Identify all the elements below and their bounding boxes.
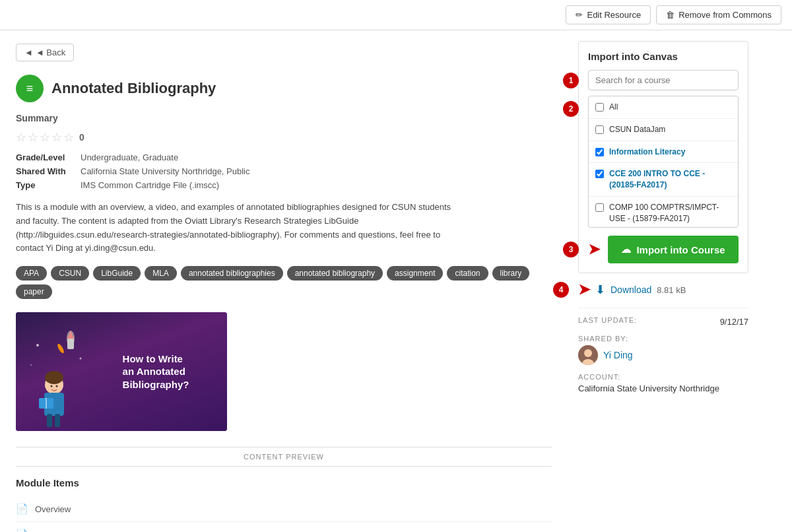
tag-library[interactable]: library xyxy=(492,266,530,281)
star-2[interactable]: ☆ xyxy=(28,130,38,145)
download-link[interactable]: Download xyxy=(610,284,651,295)
download-size: 8.81 kB xyxy=(657,285,686,295)
account-value: California State University Northridge xyxy=(578,383,748,393)
rating-row: ☆ ☆ ☆ ☆ ☆ 0 xyxy=(16,130,552,145)
back-button[interactable]: ◄ ◄ Back xyxy=(16,44,74,61)
download-icon: ⬇ xyxy=(595,283,605,297)
arrow-3-icon: ➤ xyxy=(588,241,600,258)
import-btn-label: Import into Course xyxy=(636,244,725,255)
star-1[interactable]: ☆ xyxy=(16,130,26,145)
edit-resource-label: Edit Resource xyxy=(587,10,641,20)
document-icon-2: 📄 xyxy=(16,529,28,532)
course-checkbox-datajam[interactable] xyxy=(595,125,604,134)
thumbnail-text: How to Writean AnnotatedBibliography? xyxy=(44,342,200,402)
last-update-label: LAST UPDATE: xyxy=(578,316,637,324)
search-input[interactable] xyxy=(588,70,739,90)
step-3-badge: 3 xyxy=(563,242,579,257)
edit-resource-button[interactable]: ✏ Edit Resource xyxy=(566,5,651,24)
meta-shared-row: Shared With California State University … xyxy=(16,166,552,176)
tag-assignment[interactable]: assignment xyxy=(387,266,443,281)
step-4-badge: 4 xyxy=(553,282,569,298)
main-container: ◄ ◄ Back ≡ Annotated Bibliography Summar… xyxy=(0,30,792,532)
svg-rect-14 xyxy=(47,414,52,427)
course-item-all[interactable]: All xyxy=(589,96,738,119)
description-text: This is a module with an overview, a vid… xyxy=(16,201,465,255)
tag-annotated-bibliographies[interactable]: annotated bibliographies xyxy=(181,266,283,281)
course-item-info-literacy[interactable]: Information Literacy xyxy=(589,141,738,164)
module-item-1-label: Overview xyxy=(35,504,71,514)
course-label-info-literacy: Information Literacy xyxy=(609,147,685,158)
svg-point-17 xyxy=(584,349,592,357)
trash-icon: 🗑 xyxy=(666,10,675,20)
stars: ☆ ☆ ☆ ☆ ☆ xyxy=(16,130,74,145)
course-label-comp100-1: COMP 100 COMPTRS/IMPCT-USE - (15879-FA20… xyxy=(609,202,731,224)
last-update-value: 9/12/17 xyxy=(720,317,748,327)
tags-container: APA CSUN LibGuide MLA annotated bibliogr… xyxy=(16,266,552,299)
remove-from-commons-button[interactable]: 🗑 Remove from Commons xyxy=(656,5,781,24)
thumbnail: How to Writean AnnotatedBibliography? xyxy=(16,312,227,431)
tag-annotated-bibliography[interactable]: annotated bibliography xyxy=(287,266,383,281)
course-checkbox-info-literacy[interactable] xyxy=(595,148,604,156)
svg-point-3 xyxy=(36,344,39,347)
edit-icon: ✏ xyxy=(576,10,583,20)
course-item-datajam[interactable]: CSUN DataJam xyxy=(589,119,738,141)
shared-with-label: Shared With xyxy=(16,166,75,176)
svg-rect-15 xyxy=(55,414,60,427)
back-icon: ◄ xyxy=(24,48,33,57)
grade-value: Undergraduate, Graduate xyxy=(81,152,178,162)
shared-by-row: Yi Ding xyxy=(578,345,748,365)
back-label: ◄ Back xyxy=(36,48,65,57)
type-value: IMS Common Cartridge File (.imscc) xyxy=(81,180,219,190)
course-checkbox-cce200[interactable] xyxy=(595,170,604,178)
right-panel: Import into Canvas 1 2 All xyxy=(568,30,759,532)
document-icon-1: 📄 xyxy=(16,503,28,515)
author-link[interactable]: Yi Ding xyxy=(603,350,633,360)
resource-icon: ≡ xyxy=(16,75,44,102)
tag-libguide[interactable]: LibGuide xyxy=(93,266,141,281)
account-label: ACCOUNT: xyxy=(578,373,748,381)
step-1-badge: 1 xyxy=(563,73,579,88)
star-5[interactable]: ☆ xyxy=(63,130,74,145)
meta-grade-row: Grade/Level Undergraduate, Graduate xyxy=(16,152,552,162)
star-3[interactable]: ☆ xyxy=(40,130,50,145)
tag-paper[interactable]: paper xyxy=(16,284,52,299)
rating-count: 0 xyxy=(79,132,84,143)
shared-with-value: California State University Northridge, … xyxy=(81,166,250,176)
top-toolbar: ✏ Edit Resource 🗑 Remove from Commons xyxy=(0,0,792,30)
grade-label: Grade/Level xyxy=(16,152,75,162)
course-label-all: All xyxy=(609,102,618,113)
avatar-image xyxy=(578,345,598,365)
avatar-svg xyxy=(578,345,598,365)
module-item-1: 📄 Overview xyxy=(16,496,552,522)
type-label: Type xyxy=(16,180,75,190)
arrow-4-icon: ➤ xyxy=(578,281,590,298)
course-item-cce200[interactable]: CCE 200 INTRO TO CCE - (20185-FA2017) xyxy=(589,163,738,197)
tag-apa[interactable]: APA xyxy=(16,266,47,281)
course-item-comp100-1[interactable]: COMP 100 COMPTRS/IMPCT-USE - (15879-FA20… xyxy=(589,197,738,228)
import-into-course-button[interactable]: ☁ Import into Course xyxy=(608,236,739,263)
step-2-badge: 2 xyxy=(563,101,579,117)
svg-point-5 xyxy=(30,364,32,366)
meta-type-row: Type IMS Common Cartridge File (.imscc) xyxy=(16,180,552,190)
tag-citation[interactable]: citation xyxy=(447,266,488,281)
avatar xyxy=(578,345,598,365)
tag-csun[interactable]: CSUN xyxy=(51,266,89,281)
import-canvas-title: Import into Canvas xyxy=(588,51,739,62)
import-section: Import into Canvas 1 2 All xyxy=(578,41,748,273)
course-checkbox-comp100-1[interactable] xyxy=(595,203,604,212)
cloud-upload-icon: ☁ xyxy=(621,244,631,255)
course-checkbox-all[interactable] xyxy=(595,103,604,112)
course-label-datajam: CSUN DataJam xyxy=(609,124,665,135)
star-4[interactable]: ☆ xyxy=(51,130,62,145)
tag-mla[interactable]: MLA xyxy=(145,266,177,281)
resource-icon-symbol: ≡ xyxy=(26,82,34,96)
content-preview-header: CONTENT PREVIEW xyxy=(16,447,552,467)
summary-label: Summary xyxy=(16,113,552,123)
metadata-section: LAST UPDATE: 9/12/17 SHARED BY: xyxy=(578,308,748,393)
module-items-title: Module Items xyxy=(16,477,552,488)
resource-header: ≡ Annotated Bibliography xyxy=(16,75,552,102)
module-item-2: 📄 A Short Video - What's an Annotated Bi… xyxy=(16,522,552,532)
shared-by-label: SHARED BY: xyxy=(578,335,748,343)
course-label-cce200: CCE 200 INTRO TO CCE - (20185-FA2017) xyxy=(609,168,731,191)
content-area: ◄ ◄ Back ≡ Annotated Bibliography Summar… xyxy=(0,30,568,532)
